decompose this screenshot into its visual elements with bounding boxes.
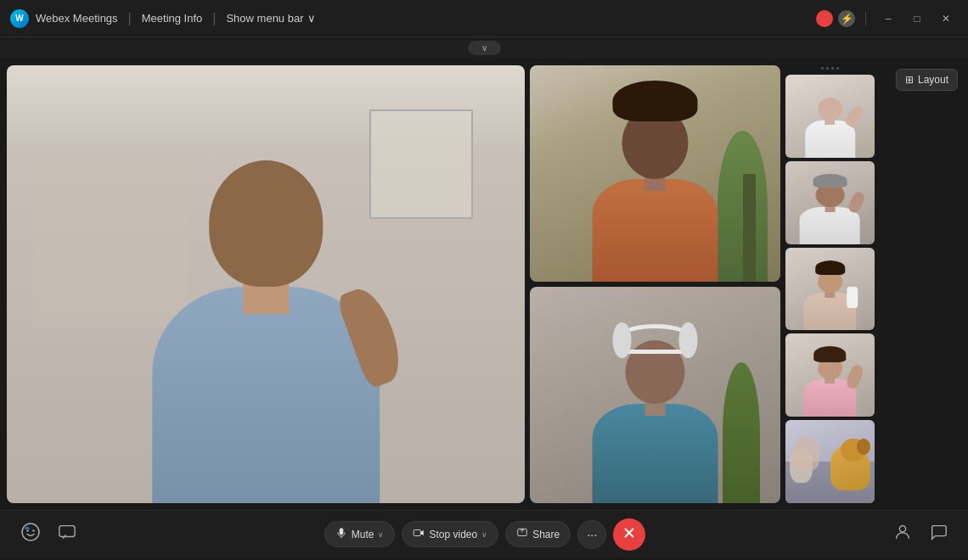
video-icon bbox=[413, 527, 425, 541]
main-video-panel bbox=[7, 65, 525, 503]
toolbar-left bbox=[17, 518, 80, 550]
participant-3-video bbox=[530, 287, 780, 503]
mute-dropdown-icon: ∨ bbox=[378, 530, 384, 539]
webex-logo-icon: W bbox=[10, 9, 29, 28]
show-menu-arrow-icon: ∨ bbox=[307, 12, 316, 25]
mid-video-bottom bbox=[530, 287, 780, 503]
drag-dot-3 bbox=[831, 67, 834, 70]
separator-2: | bbox=[212, 11, 216, 26]
collapse-bar: ∨ bbox=[0, 37, 968, 59]
app-name: Webex Meetings bbox=[36, 12, 118, 25]
more-options-button[interactable]: ··· bbox=[577, 520, 606, 549]
toolbar-right bbox=[890, 519, 951, 549]
meeting-info-link[interactable]: Meeting Info bbox=[142, 12, 203, 25]
title-bar: W Webex Meetings | Meeting Info | Show m… bbox=[0, 0, 968, 37]
title-bar-right: ⚡ – □ ✕ bbox=[816, 10, 958, 27]
chat-icon bbox=[58, 523, 76, 546]
minimize-button[interactable]: – bbox=[876, 10, 900, 27]
participant-2-video bbox=[530, 65, 780, 282]
stop-video-button[interactable]: Stop video ∨ bbox=[402, 521, 498, 547]
end-icon bbox=[622, 525, 637, 544]
mute-button[interactable]: Mute ∨ bbox=[324, 521, 396, 547]
video-grid bbox=[7, 65, 961, 503]
video-dropdown-icon: ∨ bbox=[481, 530, 487, 539]
drag-dot-2 bbox=[826, 67, 829, 70]
strip-video-1 bbox=[785, 75, 875, 158]
close-button[interactable]: ✕ bbox=[934, 10, 958, 27]
share-icon bbox=[516, 527, 528, 541]
share-label: Share bbox=[532, 529, 560, 540]
layout-label: Layout bbox=[918, 74, 948, 86]
collapse-icon: ∨ bbox=[481, 43, 487, 53]
mid-column bbox=[530, 65, 780, 503]
svg-point-0 bbox=[22, 524, 39, 540]
divider bbox=[865, 12, 866, 25]
collapse-button[interactable]: ∨ bbox=[468, 41, 501, 55]
record-button[interactable] bbox=[816, 10, 833, 27]
chat-side-icon bbox=[929, 523, 948, 546]
title-bar-left: W Webex Meetings | Meeting Info | Show m… bbox=[10, 9, 316, 28]
stop-video-label: Stop video bbox=[429, 529, 477, 540]
participants-icon bbox=[893, 523, 912, 546]
show-menu-link[interactable]: Show menu bar ∨ bbox=[226, 12, 315, 25]
toolbar-center: Mute ∨ Stop video ∨ Share ··· bbox=[324, 518, 645, 551]
mute-label: Mute bbox=[352, 529, 374, 540]
participants-button[interactable] bbox=[890, 519, 915, 549]
lightning-icon: ⚡ bbox=[841, 13, 853, 25]
share-button[interactable]: Share bbox=[505, 521, 571, 547]
end-call-button[interactable] bbox=[613, 518, 645, 551]
bottom-toolbar: Mute ∨ Stop video ∨ Share ··· bbox=[0, 510, 968, 557]
reactions-button[interactable] bbox=[17, 518, 44, 550]
svg-point-1 bbox=[26, 529, 28, 531]
separator-1: | bbox=[128, 11, 132, 26]
chat-button[interactable] bbox=[54, 519, 80, 549]
strip-video-2 bbox=[785, 161, 875, 244]
show-menu-text: Show menu bar bbox=[226, 12, 303, 25]
layout-icon: ⊞ bbox=[905, 74, 914, 86]
svg-point-2 bbox=[32, 529, 34, 531]
chat-side-button[interactable] bbox=[926, 519, 951, 549]
main-participant-video bbox=[7, 65, 525, 503]
strip-video-5 bbox=[785, 420, 875, 503]
strip-video-4 bbox=[785, 333, 875, 417]
main-content: ⊞ Layout bbox=[0, 59, 968, 510]
right-strip bbox=[785, 65, 875, 503]
drag-handle[interactable] bbox=[785, 65, 875, 71]
drag-dot-1 bbox=[821, 67, 824, 70]
svg-rect-5 bbox=[414, 530, 421, 536]
strip-video-3 bbox=[785, 248, 875, 331]
more-icon: ··· bbox=[587, 528, 597, 541]
svg-rect-3 bbox=[59, 526, 75, 537]
reactions-icon bbox=[20, 522, 41, 546]
drag-dot-4 bbox=[836, 67, 839, 70]
maximize-button[interactable]: □ bbox=[905, 10, 929, 27]
layout-button[interactable]: ⊞ Layout bbox=[896, 69, 958, 91]
mute-icon bbox=[335, 527, 347, 541]
svg-point-7 bbox=[899, 526, 905, 532]
mid-video-top bbox=[530, 65, 780, 282]
more-tools-button[interactable]: ⚡ bbox=[838, 10, 855, 27]
